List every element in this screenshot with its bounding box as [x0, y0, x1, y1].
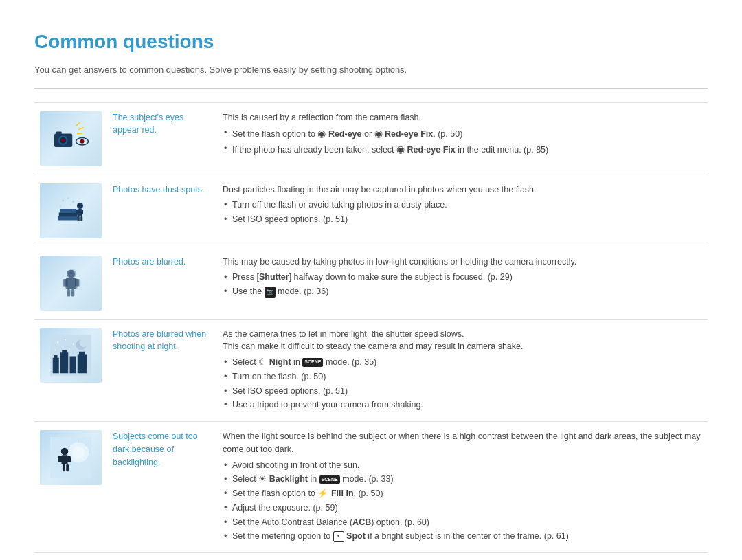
- svg-rect-43: [79, 351, 85, 355]
- red-eye-illustration: [50, 118, 91, 159]
- svg-rect-16: [80, 209, 84, 214]
- svg-rect-54: [67, 456, 71, 462]
- backlight-illustration: [50, 437, 91, 478]
- svg-point-36: [80, 339, 88, 347]
- label-dust: Photos have dust spots.: [107, 175, 217, 247]
- image-cell-backlight: [34, 422, 107, 553]
- svg-point-19: [62, 199, 64, 201]
- label-backlight: Subjects come out too dark because of ba…: [107, 422, 217, 553]
- svg-rect-12: [60, 209, 76, 213]
- svg-rect-55: [63, 464, 65, 472]
- svg-point-20: [67, 197, 69, 199]
- svg-rect-56: [66, 464, 69, 472]
- svg-point-25: [68, 269, 76, 278]
- svg-rect-38: [54, 355, 58, 359]
- svg-rect-15: [76, 209, 80, 214]
- svg-rect-39: [60, 352, 68, 373]
- title-divider: [34, 88, 708, 89]
- svg-point-50: [72, 447, 85, 459]
- image-night: [40, 328, 102, 383]
- svg-point-23: [70, 204, 71, 205]
- svg-rect-11: [59, 212, 78, 216]
- svg-rect-17: [78, 216, 80, 221]
- page-title: Common questions: [34, 27, 708, 56]
- svg-point-21: [72, 201, 74, 203]
- svg-point-13: [77, 203, 83, 209]
- label-blurred: Photos are blurred.: [107, 247, 217, 319]
- svg-point-47: [55, 349, 56, 350]
- svg-rect-1: [56, 131, 62, 135]
- image-cell-dust: [34, 175, 107, 247]
- image-red-eye: [40, 111, 102, 166]
- svg-point-44: [57, 341, 58, 343]
- image-dust: [40, 183, 102, 238]
- image-cell-night: [34, 319, 107, 422]
- desc-blurred: This may be caused by taking photos in l…: [217, 247, 708, 319]
- svg-line-5: [76, 122, 80, 126]
- svg-point-9: [80, 139, 85, 143]
- image-cell-red-eye: [34, 102, 107, 175]
- table-row: Subjects come out too dark because of ba…: [34, 422, 708, 553]
- svg-rect-31: [76, 279, 80, 287]
- table-row: The subject's eyes appear red. This is c…: [34, 102, 708, 175]
- svg-point-22: [60, 205, 61, 206]
- label-night: Photos are blurred when shooting at nigh…: [107, 319, 217, 422]
- faq-table: The subject's eyes appear red. This is c…: [34, 102, 708, 554]
- svg-point-45: [65, 339, 67, 340]
- svg-rect-32: [67, 289, 71, 297]
- svg-point-4: [62, 139, 65, 142]
- svg-line-6: [78, 127, 84, 129]
- table-row: Photos are blurred. This may be caused b…: [34, 247, 708, 319]
- table-row: Photos have dust spots. Dust particles f…: [34, 175, 708, 247]
- image-backlight: [40, 430, 102, 485]
- desc-night: As the camera tries to let in more light…: [217, 319, 708, 422]
- svg-rect-41: [70, 356, 76, 373]
- svg-rect-40: [62, 350, 67, 354]
- image-blurred: [40, 256, 102, 311]
- svg-rect-10: [58, 216, 78, 220]
- svg-rect-29: [64, 279, 68, 287]
- svg-rect-37: [53, 357, 59, 373]
- svg-rect-18: [80, 216, 82, 221]
- svg-rect-53: [58, 456, 62, 462]
- night-illustration: [50, 335, 91, 376]
- svg-rect-52: [62, 455, 68, 464]
- svg-point-51: [61, 448, 69, 456]
- desc-red-eye: This is caused by a reflection from the …: [217, 102, 708, 175]
- desc-backlight: When the light source is behind the subj…: [217, 422, 708, 553]
- blur-illustration: [50, 262, 91, 304]
- svg-rect-42: [78, 354, 87, 373]
- table-row: Photos are blurred when shooting at nigh…: [34, 319, 708, 422]
- image-cell-blurred: [34, 247, 107, 319]
- dust-illustration: [50, 190, 91, 232]
- label-red-eye: The subject's eyes appear red.: [107, 102, 217, 175]
- desc-dust: Dust particles floating in the air may b…: [217, 175, 708, 247]
- svg-rect-33: [71, 289, 75, 297]
- page-subtitle: You can get answers to common questions.…: [34, 63, 708, 77]
- svg-point-46: [73, 343, 74, 344]
